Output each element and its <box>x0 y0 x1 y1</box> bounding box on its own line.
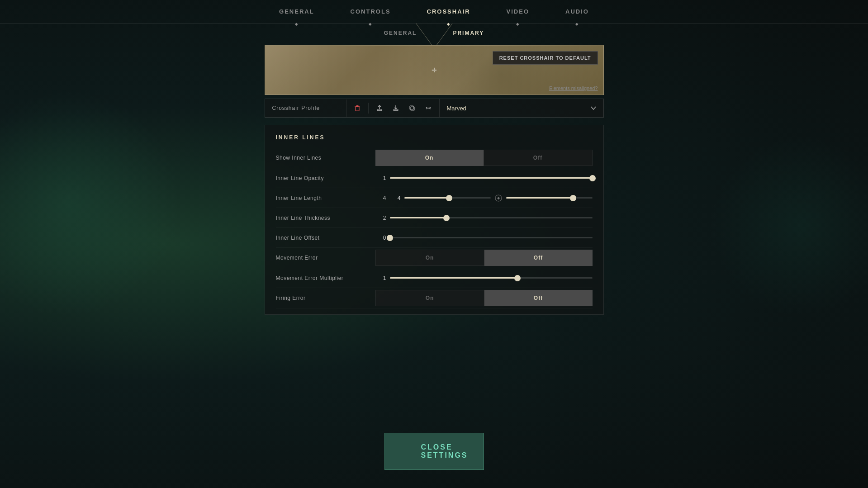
profile-row: Crosshair Profile <box>265 99 604 118</box>
length-label: Inner Line Length <box>276 195 375 201</box>
movement-multiplier-slider-fill <box>390 277 517 279</box>
setting-row-firing-error: Firing Error On Off <box>276 288 593 308</box>
nav-controls[interactable]: CONTROLS <box>332 0 409 24</box>
nav-audio[interactable]: AUDIO <box>547 0 607 24</box>
profile-name-selector[interactable]: Marved <box>440 99 603 117</box>
top-nav: GENERAL CONTROLS CROSSHAIR VIDEO AUDIO <box>0 0 868 24</box>
offset-value: 0 <box>375 235 386 241</box>
offset-slider-thumb[interactable] <box>387 235 393 241</box>
preview-area: RESET CROSSHAIR TO DEFAULT Elements misa… <box>265 45 604 95</box>
svg-rect-4 <box>356 106 358 107</box>
svg-rect-7 <box>411 107 414 110</box>
profile-name: Marved <box>447 105 466 112</box>
trash-icon <box>354 105 360 111</box>
movement-error-toggle: On Off <box>375 250 593 266</box>
icon-separator <box>368 103 369 114</box>
thickness-value: 2 <box>375 215 386 221</box>
thickness-slider-fill <box>390 217 446 218</box>
movement-multiplier-value: 1 <box>375 275 386 281</box>
setting-row-opacity: Inner Line Opacity 1 <box>276 168 593 188</box>
movement-multiplier-label: Movement Error Multiplier <box>276 275 375 281</box>
movement-multiplier-slider-thumb[interactable] <box>514 275 521 281</box>
length-slider-track1[interactable] <box>404 197 491 199</box>
close-settings-button[interactable]: CLOSE SETTINGS <box>384 433 484 470</box>
firing-error-on[interactable]: On <box>375 290 484 306</box>
length-slider-fill1 <box>404 197 449 199</box>
opacity-slider-thumb[interactable] <box>589 175 596 181</box>
opacity-value: 1 <box>375 175 386 181</box>
show-inner-lines-off[interactable]: Off <box>484 150 593 166</box>
movement-multiplier-slider-track[interactable] <box>390 277 593 279</box>
setting-row-show-inner-lines: Show Inner Lines On Off <box>276 148 593 168</box>
thickness-slider-track[interactable] <box>390 217 593 218</box>
movement-error-on[interactable]: On <box>375 250 484 266</box>
code-import-icon <box>425 105 432 111</box>
download-icon <box>393 105 399 111</box>
thickness-label: Inner Line Thickness <box>276 215 375 221</box>
chevron-down-icon <box>591 106 596 110</box>
firing-error-control: On Off <box>375 290 593 306</box>
copy-icon <box>409 105 415 111</box>
show-inner-lines-toggle: On Off <box>375 150 593 166</box>
firing-error-off[interactable]: Off <box>484 290 593 306</box>
setting-row-movement-multiplier: Movement Error Multiplier 1 <box>276 268 593 288</box>
length-value1: 4 <box>375 195 386 201</box>
length-slider-track2[interactable] <box>506 197 593 199</box>
length-slider-thumb2[interactable] <box>570 195 576 201</box>
offset-slider-track[interactable] <box>390 237 593 238</box>
svg-rect-6 <box>394 109 398 111</box>
length-slider-thumb1[interactable] <box>446 195 452 201</box>
import-profile-button[interactable] <box>389 99 403 117</box>
sub-nav-primary[interactable]: PRIMARY <box>453 30 484 40</box>
import-code-button[interactable] <box>421 99 436 117</box>
nav-crosshair[interactable]: CROSSHAIR <box>409 0 489 24</box>
movement-error-control: On Off <box>375 250 593 266</box>
link-icon[interactable] <box>494 194 503 202</box>
thickness-control: 2 <box>375 215 593 221</box>
firing-error-toggle: On Off <box>375 290 593 306</box>
show-inner-lines-on[interactable]: On <box>375 150 484 166</box>
offset-control: 0 <box>375 235 593 241</box>
length-slider-fill2 <box>506 197 574 199</box>
reset-crosshair-button[interactable]: RESET CROSSHAIR TO DEFAULT <box>493 51 598 65</box>
opacity-control: 1 <box>375 175 593 181</box>
main-content: RESET CROSSHAIR TO DEFAULT Elements misa… <box>265 45 604 315</box>
crosshair-preview <box>431 66 438 74</box>
upload-icon <box>376 105 383 111</box>
section-title-inner-lines: INNER LINES <box>276 134 593 141</box>
svg-rect-5 <box>377 109 382 111</box>
setting-row-firing-multiplier: Firing Error Multiplier 1 <box>276 308 593 315</box>
firing-error-label: Firing Error <box>276 295 375 301</box>
svg-rect-2 <box>356 107 359 111</box>
show-inner-lines-label: Show Inner Lines <box>276 155 375 161</box>
length-value2: 4 <box>390 195 401 201</box>
delete-profile-button[interactable] <box>350 99 365 117</box>
length-control: 4 4 <box>375 194 593 202</box>
settings-panel: INNER LINES Show Inner Lines On Off Inne… <box>265 125 604 315</box>
setting-row-thickness: Inner Line Thickness 2 <box>276 208 593 228</box>
movement-error-label: Movement Error <box>276 255 375 261</box>
setting-row-movement-error: Movement Error On Off <box>276 248 593 268</box>
offset-label: Inner Line Offset <box>276 235 375 241</box>
opacity-label: Inner Line Opacity <box>276 175 375 181</box>
nav-general[interactable]: GENERAL <box>261 0 332 24</box>
profile-icons <box>346 99 440 117</box>
setting-row-offset: Inner Line Offset 0 <box>276 228 593 248</box>
svg-rect-8 <box>410 106 413 109</box>
copy-profile-button[interactable] <box>405 99 419 117</box>
opacity-slider-track[interactable] <box>390 177 593 179</box>
nav-video[interactable]: VIDEO <box>489 0 547 24</box>
show-inner-lines-control: On Off <box>375 150 593 166</box>
thickness-slider-thumb[interactable] <box>443 215 450 221</box>
movement-multiplier-control: 1 <box>375 275 593 281</box>
export-profile-button[interactable] <box>372 99 387 117</box>
sub-nav: GENERAL PRIMARY <box>384 24 484 40</box>
movement-error-off[interactable]: Off <box>484 250 593 266</box>
sub-nav-general[interactable]: GENERAL <box>384 30 417 40</box>
misaligned-link[interactable]: Elements misaligned? <box>549 85 598 91</box>
profile-label: Crosshair Profile <box>265 99 346 117</box>
opacity-slider-fill <box>390 177 593 179</box>
setting-row-length: Inner Line Length 4 4 <box>276 188 593 208</box>
